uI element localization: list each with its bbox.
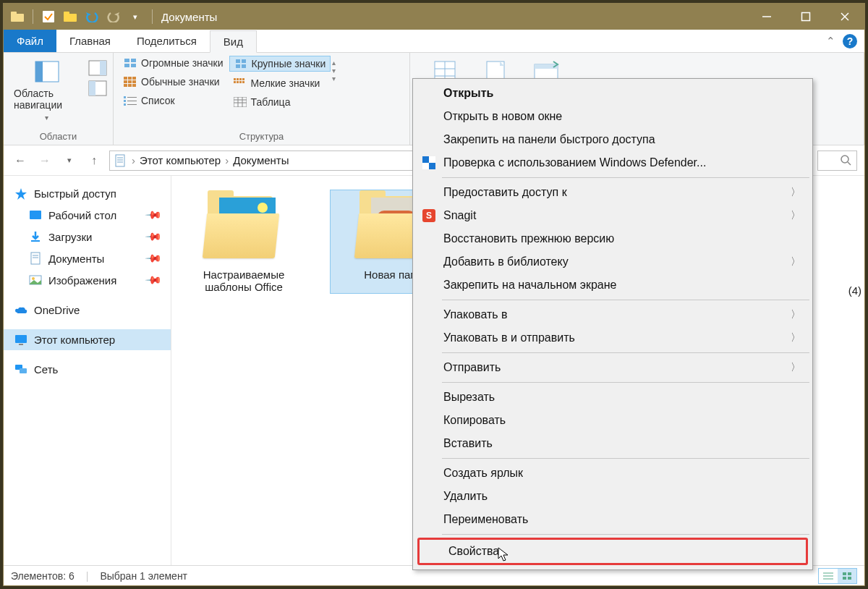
ctx-send-to[interactable]: Отправить〉 — [414, 356, 811, 379]
minimize-button[interactable] — [747, 4, 786, 30]
crumb-root[interactable]: Этот компьютер — [140, 154, 221, 166]
ctx-pack[interactable]: Упаковать в〉 — [414, 303, 811, 326]
tab-view[interactable]: Вид — [210, 30, 257, 53]
chevron-right-icon: 〉 — [791, 186, 801, 199]
window-title: Документы — [161, 11, 217, 23]
ctx-restore-version[interactable]: Восстановить прежнюю версию — [414, 227, 811, 250]
ctx-snagit[interactable]: S Snagit〉 — [414, 204, 811, 227]
svg-rect-25 — [124, 84, 127, 87]
ctx-paste[interactable]: Вставить — [414, 432, 811, 455]
monitor-icon — [14, 334, 28, 346]
properties-icon[interactable] — [39, 7, 58, 26]
layout-scroll-up-icon[interactable]: ▴ — [332, 59, 336, 67]
ctx-pack-send[interactable]: Упаковать в и отправить〉 — [414, 326, 811, 349]
collapse-ribbon-icon[interactable]: ⌃ — [826, 35, 835, 48]
navigation-pane-button[interactable]: Область навигации ▾ — [9, 56, 84, 124]
search-box[interactable] — [817, 151, 857, 171]
nav-forward-button[interactable]: → — [35, 151, 54, 170]
layout-small-icons[interactable]: Мелкие значки — [229, 76, 331, 90]
tab-file[interactable]: Файл — [4, 30, 56, 52]
close-button[interactable] — [825, 4, 864, 30]
svg-rect-17 — [124, 64, 129, 67]
ctx-cut[interactable]: Вырезать — [414, 386, 811, 409]
layout-list[interactable]: Список — [119, 93, 228, 108]
svg-rect-66 — [31, 253, 40, 264]
ctx-properties[interactable]: Свойства — [417, 538, 808, 565]
chevron-right-icon: 〉 — [791, 331, 801, 344]
svg-point-77 — [258, 203, 268, 213]
partial-item-label: (4) — [848, 284, 861, 297]
svg-rect-44 — [239, 81, 242, 83]
svg-rect-91 — [843, 577, 846, 580]
folder-icon[interactable] — [8, 7, 27, 26]
svg-rect-27 — [132, 84, 136, 87]
status-selection: Выбран 1 элемент — [100, 570, 187, 582]
layout-table[interactable]: Таблица — [229, 95, 331, 109]
ctx-open-new-window[interactable]: Открыть в новом окне — [414, 105, 811, 128]
svg-text:S: S — [426, 211, 432, 221]
details-pane-icon[interactable] — [88, 80, 107, 96]
ctx-share-access[interactable]: Предоставить доступ к〉 — [414, 181, 811, 204]
ctx-open[interactable]: Открыть — [414, 82, 811, 105]
ctx-delete[interactable]: Удалить — [414, 485, 811, 508]
ribbon-group-layout-label: Структура — [119, 130, 404, 143]
layout-huge-icons[interactable]: Огромные значки — [119, 56, 228, 70]
nav-up-button[interactable]: ↑ — [85, 151, 103, 170]
tab-home[interactable]: Главная — [56, 30, 124, 52]
help-icon[interactable]: ? — [843, 34, 857, 48]
new-folder-icon[interactable] — [61, 7, 80, 26]
svg-rect-26 — [128, 84, 132, 87]
svg-rect-21 — [132, 77, 136, 80]
ctx-pin-quick-access[interactable]: Закрепить на панели быстрого доступа — [414, 128, 811, 151]
svg-line-63 — [848, 162, 851, 165]
ribbon-group-panes: Область навигации ▾ Области — [4, 53, 114, 145]
chevron-right-icon: 〉 — [791, 209, 801, 222]
sidebar-item-downloads[interactable]: Загрузки📌 — [4, 226, 171, 247]
ctx-scan-defender[interactable]: Проверка с использованием Windows Defend… — [414, 151, 811, 174]
svg-rect-24 — [132, 80, 136, 83]
svg-rect-20 — [128, 77, 132, 80]
view-toggle — [818, 568, 857, 584]
onedrive-icon — [14, 305, 28, 316]
tab-share[interactable]: Поделиться — [124, 30, 210, 52]
nav-recent-icon[interactable]: ▾ — [60, 151, 79, 170]
sidebar-item-this-pc[interactable]: Этот компьютер — [4, 329, 171, 350]
ctx-add-to-library[interactable]: Добавить в библиотеку〉 — [414, 250, 811, 274]
sidebar-item-documents[interactable]: Документы📌 — [4, 247, 171, 269]
crumb-current[interactable]: Документы — [233, 154, 289, 166]
undo-icon[interactable] — [82, 7, 101, 26]
svg-rect-10 — [35, 62, 43, 82]
maximize-button[interactable] — [786, 4, 825, 30]
folder-item-office-templates[interactable]: Настраиваемые шаблоны Office — [179, 190, 309, 293]
layout-large-icons[interactable]: Крупные значки — [229, 56, 331, 72]
ctx-create-shortcut[interactable]: Создать ярлык — [414, 462, 811, 485]
view-details-button[interactable] — [819, 569, 838, 583]
preview-pane-icon[interactable] — [88, 60, 107, 76]
redo-icon[interactable] — [104, 7, 123, 26]
sidebar-item-pictures[interactable]: Изображения📌 — [4, 269, 171, 291]
ctx-copy[interactable]: Копировать — [414, 409, 811, 432]
layout-normal-icons[interactable]: Обычные значки — [119, 75, 228, 89]
svg-rect-37 — [242, 64, 246, 68]
sidebar-item-quick-access[interactable]: Быстрый доступ — [4, 183, 171, 204]
layout-expand-icon[interactable]: ▾ — [332, 75, 336, 82]
svg-point-62 — [841, 156, 848, 163]
svg-rect-40 — [239, 78, 242, 80]
search-icon — [841, 155, 852, 166]
layout-scroll-down-icon[interactable]: ▾ — [332, 67, 336, 75]
sidebar-item-desktop[interactable]: Рабочий стол📌 — [4, 204, 171, 226]
documents-icon — [28, 253, 43, 264]
ctx-rename[interactable]: Переименовать — [414, 508, 811, 531]
sidebar-item-network[interactable]: Сеть — [4, 359, 171, 380]
ctx-pin-start[interactable]: Закрепить на начальном экране — [414, 274, 811, 297]
nav-back-button[interactable]: ← — [11, 151, 30, 170]
svg-rect-4 — [64, 12, 69, 15]
svg-rect-46 — [234, 97, 247, 107]
svg-point-70 — [32, 277, 35, 280]
qat-dropdown-icon[interactable]: ▾ — [126, 7, 145, 26]
svg-rect-15 — [124, 59, 129, 62]
svg-rect-41 — [242, 78, 244, 80]
view-thumbnails-button[interactable] — [838, 569, 856, 583]
sidebar-item-onedrive[interactable]: OneDrive — [4, 300, 171, 321]
pictures-icon — [28, 274, 43, 286]
